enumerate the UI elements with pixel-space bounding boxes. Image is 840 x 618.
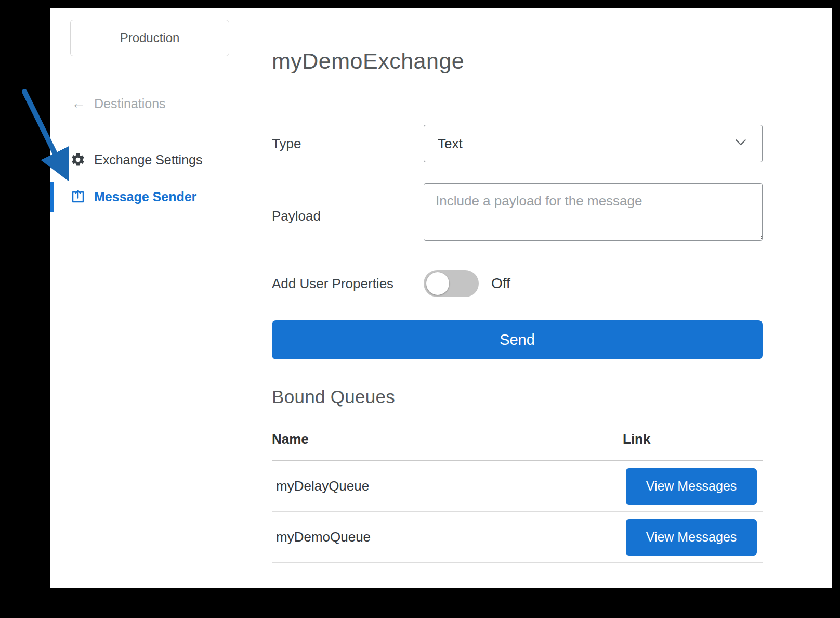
user-properties-toggle[interactable] xyxy=(424,270,479,297)
gear-icon xyxy=(70,152,86,168)
message-sender-icon xyxy=(70,189,86,204)
view-messages-button[interactable]: View Messages xyxy=(626,519,757,556)
bound-queues-table: Name Link myDelayQueue View Messages myD… xyxy=(272,431,763,563)
sidebar-item-message-sender[interactable]: Message Sender xyxy=(50,182,251,212)
user-properties-row: Add User Properties Off xyxy=(272,270,763,297)
production-environment-label: Production xyxy=(120,31,180,45)
send-button[interactable]: Send xyxy=(272,320,763,359)
queue-name: myDelayQueue xyxy=(272,478,623,494)
screenshot-frame: Production ← Destinations Exchange Setti… xyxy=(0,0,840,618)
destinations-back-link[interactable]: ← Destinations xyxy=(71,95,166,112)
type-select[interactable]: Text xyxy=(424,125,763,162)
type-row: Type Text xyxy=(272,125,763,162)
bound-queues-heading: Bound Queues xyxy=(272,387,763,407)
app-window: Production ← Destinations Exchange Setti… xyxy=(50,8,832,588)
payload-row: Payload xyxy=(272,183,763,241)
payload-textarea[interactable] xyxy=(424,183,763,241)
production-environment-button[interactable]: Production xyxy=(70,20,229,56)
main-content: myDemoExchange Type Text Payload Add U xyxy=(251,8,832,588)
exchange-settings-label: Exchange Settings xyxy=(94,152,202,168)
type-selected-value: Text xyxy=(438,136,463,152)
column-header-name: Name xyxy=(272,431,623,447)
table-row: myDelayQueue View Messages xyxy=(272,461,763,512)
chevron-down-icon xyxy=(733,134,749,153)
type-label: Type xyxy=(272,136,424,152)
queue-name: myDemoQueue xyxy=(272,529,623,545)
view-messages-button[interactable]: View Messages xyxy=(626,468,757,505)
toggle-knob xyxy=(426,272,449,295)
table-row: myDemoQueue View Messages xyxy=(272,512,763,563)
sidebar-item-exchange-settings[interactable]: Exchange Settings xyxy=(50,145,251,175)
sidebar: Production ← Destinations Exchange Setti… xyxy=(50,8,251,588)
table-header-row: Name Link xyxy=(272,431,763,461)
toggle-state-label: Off xyxy=(491,275,510,292)
user-properties-label: Add User Properties xyxy=(272,276,424,292)
payload-label: Payload xyxy=(272,208,424,224)
destinations-label: Destinations xyxy=(94,96,166,111)
message-sender-label: Message Sender xyxy=(94,189,196,204)
page-title: myDemoExchange xyxy=(272,48,763,74)
column-header-link: Link xyxy=(623,431,763,447)
active-item-indicator xyxy=(50,182,54,212)
arrow-left-icon: ← xyxy=(71,95,86,112)
